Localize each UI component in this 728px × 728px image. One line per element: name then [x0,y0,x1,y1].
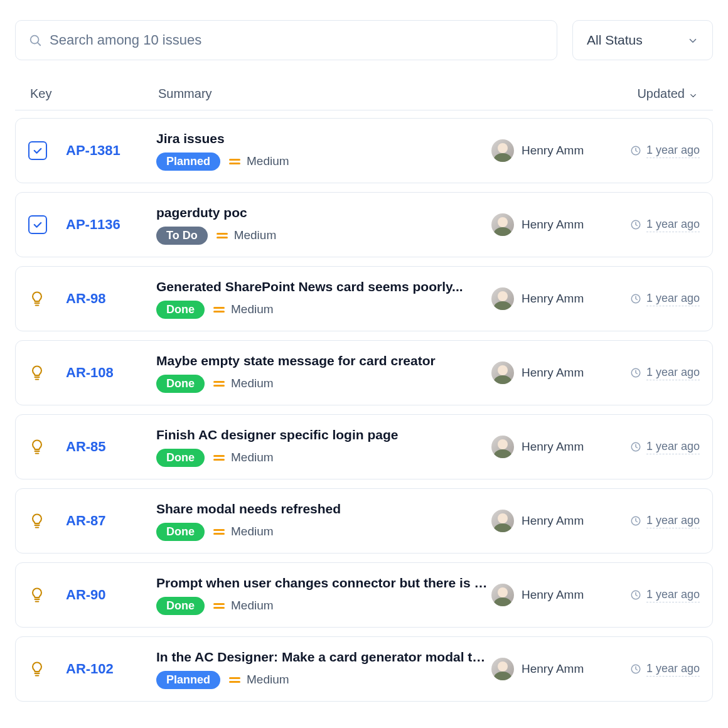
avatar [491,287,514,310]
assignee: Henry Amm [491,287,614,310]
priority: Medium [229,154,289,168]
lightbulb-icon [28,512,46,530]
column-header-updated[interactable]: Updated [637,87,698,101]
avatar [491,584,514,606]
issue-summary: Share modal needs refreshed [156,501,491,517]
avatar [491,436,514,458]
assignee: Henry Amm [491,139,614,162]
clock-icon [630,589,641,601]
issue-row[interactable]: AR-85 Finish AC designer specific login … [15,414,713,479]
priority-medium-icon [229,159,240,164]
assignee: Henry Amm [491,361,614,384]
issue-row[interactable]: AR-102 In the AC Designer: Make a card g… [15,636,713,702]
updated: 1 year ago [614,588,700,602]
issue-type [28,660,66,678]
updated: 1 year ago [614,662,700,677]
issue-row[interactable]: AR-98 Generated SharePoint News card see… [15,266,713,331]
avatar [491,361,514,384]
priority-label: Medium [247,673,289,687]
issue-summary: Generated SharePoint News card seems poo… [156,279,491,294]
priority-medium-icon [213,603,225,609]
updated: 1 year ago [614,440,700,454]
issue-summary: In the AC Designer: Make a card generato… [156,650,491,665]
priority-medium-icon [213,529,225,535]
updated: 1 year ago [614,366,700,380]
issue-type [28,438,66,456]
updated-text: 1 year ago [646,514,700,528]
updated-text: 1 year ago [646,144,700,158]
issue-key-link[interactable]: AR-90 [66,587,156,603]
updated: 1 year ago [614,514,700,528]
assignee-name: Henry Amm [522,144,584,158]
issue-row[interactable]: AR-90 Prompt when user changes connector… [15,562,713,628]
assignee: Henry Amm [491,436,614,458]
issue-key-link[interactable]: AR-87 [66,513,156,529]
status-filter-dropdown[interactable]: All Status [572,20,713,60]
chevron-down-icon [687,35,699,46]
updated-text: 1 year ago [646,588,700,602]
status-badge: Planned [156,671,220,689]
updated: 1 year ago [614,218,700,232]
search-box[interactable] [15,20,557,60]
issue-key-link[interactable]: AR-108 [66,365,156,381]
clock-icon [630,441,641,452]
issue-summary: Jira issues [156,131,491,146]
assignee: Henry Amm [491,658,614,680]
priority-label: Medium [231,599,274,613]
issue-row[interactable]: AP-1136 pagerduty poc To Do Medium Henry… [15,192,713,257]
issue-key-link[interactable]: AR-85 [66,439,156,455]
priority-label: Medium [231,302,274,316]
issue-type [28,586,66,604]
updated-text: 1 year ago [646,292,700,306]
status-badge: Done [156,375,205,393]
priority-label: Medium [234,228,277,242]
issue-type [28,215,66,234]
updated: 1 year ago [614,292,700,306]
clock-icon [630,663,641,675]
issue-row[interactable]: AR-108 Maybe empty state message for car… [15,340,713,405]
priority-medium-icon [217,233,228,238]
issue-row[interactable]: AP-1381 Jira issues Planned Medium Henry… [15,118,713,183]
assignee-name: Henry Amm [522,514,584,528]
clock-icon [630,367,641,378]
issue-row[interactable]: AR-87 Share modal needs refreshed Done M… [15,488,713,554]
assignee: Henry Amm [491,213,614,236]
issue-type [28,290,66,308]
assignee-name: Henry Amm [522,662,584,676]
issue-summary: Prompt when user changes connector but t… [156,575,491,591]
status-badge: To Do [156,227,208,245]
column-header-summary: Summary [158,87,637,101]
avatar [491,139,514,162]
issue-key-link[interactable]: AR-102 [66,661,156,677]
lightbulb-icon [28,438,46,456]
issue-type [28,364,66,382]
priority: Medium [213,525,274,538]
search-icon [28,33,42,47]
issue-summary: pagerduty poc [156,205,491,220]
priority: Medium [213,451,274,464]
priority-label: Medium [247,154,289,168]
issue-key-link[interactable]: AP-1136 [66,217,156,233]
priority: Medium [229,673,289,687]
assignee-name: Henry Amm [522,440,584,454]
clock-icon [630,219,641,230]
priority-medium-icon [213,455,225,461]
avatar [491,658,514,680]
avatar [491,213,514,236]
task-icon [28,215,47,234]
priority: Medium [217,228,277,242]
lightbulb-icon [28,660,46,678]
priority: Medium [213,599,274,613]
updated-text: 1 year ago [646,366,700,380]
clock-icon [630,293,641,304]
chevron-down-icon [688,89,698,99]
column-headers: Key Summary Updated [15,78,713,110]
status-badge: Planned [156,153,220,171]
issue-type [28,141,66,160]
search-input[interactable] [50,32,544,48]
lightbulb-icon [28,364,46,382]
issue-key-link[interactable]: AR-98 [66,291,156,307]
issue-key-link[interactable]: AP-1381 [66,142,156,159]
priority: Medium [213,302,274,316]
lightbulb-icon [28,290,46,308]
